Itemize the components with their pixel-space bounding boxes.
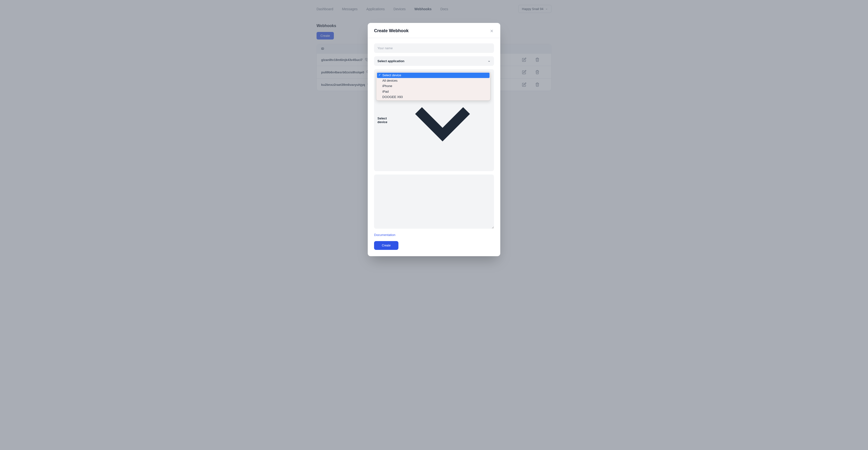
modal-title: Create Webhook xyxy=(374,28,409,33)
payload-textarea[interactable] xyxy=(374,175,494,229)
device-dropdown: Select device All devices iPhone iPad DO… xyxy=(376,72,491,101)
modal-create-button[interactable]: Create xyxy=(374,241,398,250)
create-webhook-modal: Create Webhook Select application Select… xyxy=(368,23,500,256)
documentation-link[interactable]: Documentation xyxy=(374,233,395,237)
application-select[interactable]: Select application xyxy=(374,56,494,66)
device-select[interactable]: Select device Select device All devices … xyxy=(374,69,494,171)
device-option-doogee[interactable]: DOOGEE X93 xyxy=(377,94,490,100)
name-input[interactable] xyxy=(374,43,494,53)
application-select-label: Select application xyxy=(377,59,404,63)
device-option-iphone[interactable]: iPhone xyxy=(377,83,490,89)
close-icon[interactable] xyxy=(490,29,494,33)
device-option-select[interactable]: Select device xyxy=(377,73,490,78)
modal-overlay[interactable]: Create Webhook Select application Select… xyxy=(0,0,868,450)
device-option-all[interactable]: All devices xyxy=(377,78,490,83)
chevron-down-icon xyxy=(488,60,491,63)
device-select-label: Select device xyxy=(377,117,395,124)
device-option-ipad[interactable]: iPad xyxy=(377,89,490,94)
